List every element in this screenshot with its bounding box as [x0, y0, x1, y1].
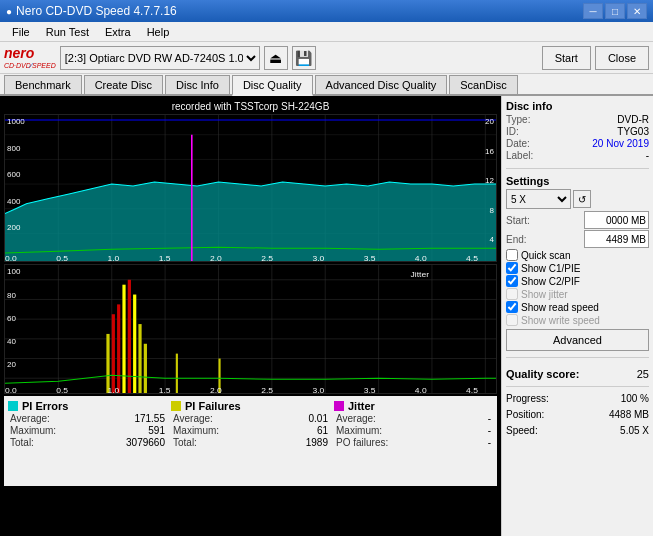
tab-disc-info[interactable]: Disc Info [165, 75, 230, 94]
eject-icon-btn[interactable]: ⏏ [264, 46, 288, 70]
tab-scan-disc[interactable]: ScanDisc [449, 75, 517, 94]
jitter-stats: Jitter Average: - Maximum: - PO failures… [334, 400, 493, 484]
jitter-label: Jitter [348, 400, 375, 412]
pi-errors-max-label: Maximum: [10, 425, 56, 436]
app-icon: ● [6, 6, 12, 17]
y-bot-60: 60 [7, 314, 16, 323]
y-axis-12-label: 12 [485, 176, 494, 186]
y-bot-100: 100 [7, 267, 20, 276]
divider-2 [506, 357, 649, 358]
pi-failures-max-value: 61 [317, 425, 328, 436]
jitter-header: Jitter [334, 400, 493, 412]
pi-errors-avg-row: Average: 171.55 [8, 413, 167, 424]
progress-row: Progress: 100 % [506, 393, 649, 404]
end-mb-label: End: [506, 234, 527, 245]
svg-text:0.5: 0.5 [56, 386, 68, 393]
jitter-po-row: PO failures: - [334, 437, 493, 448]
tab-benchmark[interactable]: Benchmark [4, 75, 82, 94]
jitter-avg-row: Average: - [334, 413, 493, 424]
speed-select[interactable]: 5 X 1 X 2 X 4 X 8 X MAX [506, 189, 571, 209]
quick-scan-label[interactable]: Quick scan [521, 250, 570, 261]
maximize-button[interactable]: □ [605, 3, 625, 19]
menu-run-test[interactable]: Run Test [38, 24, 97, 40]
position-value: 4488 MB [609, 409, 649, 420]
advanced-button[interactable]: Advanced [506, 329, 649, 351]
svg-text:2.0: 2.0 [210, 254, 222, 261]
svg-text:1.0: 1.0 [107, 386, 119, 393]
show-jitter-label: Show jitter [521, 289, 568, 300]
toolbar-close-button[interactable]: Close [595, 46, 649, 70]
pi-failures-avg-value: 0.01 [309, 413, 328, 424]
svg-text:4.5: 4.5 [466, 254, 478, 261]
show-c2-row[interactable]: Show C2/PIF [506, 275, 649, 287]
show-read-speed-checkbox[interactable] [506, 301, 518, 313]
tab-advanced-disc-quality[interactable]: Advanced Disc Quality [315, 75, 448, 94]
svg-text:3.5: 3.5 [364, 254, 376, 261]
divider-3 [506, 386, 649, 387]
top-chart-svg: 0.0 0.5 1.0 1.5 2.0 2.5 3.0 3.5 4.0 4.5 [5, 115, 496, 261]
stats-area: PI Errors Average: 171.55 Maximum: 591 T… [4, 396, 497, 486]
show-jitter-row: Show jitter [506, 288, 649, 300]
show-c1-row[interactable]: Show C1/PIE [506, 262, 649, 274]
end-mb-input[interactable] [584, 230, 649, 248]
show-c1-checkbox[interactable] [506, 262, 518, 274]
pi-failures-total-value: 1989 [306, 437, 328, 448]
pi-errors-stats: PI Errors Average: 171.55 Maximum: 591 T… [8, 400, 167, 484]
disc-type-row: Type: DVD-R [506, 114, 649, 125]
speed-value: 5.05 X [620, 425, 649, 436]
tab-disc-quality[interactable]: Disc Quality [232, 75, 313, 96]
app-logo: nero CD·DVD⁄SPEED [4, 46, 56, 68]
menubar: File Run Test Extra Help [0, 22, 653, 42]
end-mb-row: End: [506, 230, 649, 248]
close-button[interactable]: ✕ [627, 3, 647, 19]
quick-scan-checkbox[interactable] [506, 249, 518, 261]
save-icon-btn[interactable]: 💾 [292, 46, 316, 70]
show-c2-label[interactable]: Show C2/PIF [521, 276, 580, 287]
show-write-speed-row: Show write speed [506, 314, 649, 326]
disc-label-value: - [646, 150, 649, 161]
refresh-icon-btn[interactable]: ↺ [573, 190, 591, 208]
svg-rect-47 [144, 344, 147, 393]
progress-label: Progress: [506, 393, 549, 404]
svg-rect-40 [106, 334, 109, 393]
minimize-button[interactable]: ─ [583, 3, 603, 19]
app-title: Nero CD-DVD Speed 4.7.7.16 [16, 4, 177, 18]
disc-info-title: Disc info [506, 100, 649, 112]
tabs-bar: Benchmark Create Disc Disc Info Disc Qua… [0, 74, 653, 96]
show-read-speed-row[interactable]: Show read speed [506, 301, 649, 313]
drive-select[interactable]: [2:3] Optiarc DVD RW AD-7240S 1.04 [60, 46, 260, 70]
pi-failures-color-dot [171, 401, 181, 411]
svg-text:2.5: 2.5 [261, 254, 273, 261]
tab-create-disc[interactable]: Create Disc [84, 75, 163, 94]
start-mb-input[interactable] [584, 211, 649, 229]
titlebar: ● Nero CD-DVD Speed 4.7.7.16 ─ □ ✕ [0, 0, 653, 22]
svg-text:3.0: 3.0 [312, 386, 324, 393]
menu-file[interactable]: File [4, 24, 38, 40]
y-top-600: 600 [7, 170, 20, 179]
menu-help[interactable]: Help [139, 24, 178, 40]
pi-failures-max-row: Maximum: 61 [171, 425, 330, 436]
y-axis-top-label: 20 [485, 117, 494, 127]
y-bot-80: 80 [7, 291, 16, 300]
svg-rect-41 [112, 314, 115, 393]
y-top-800: 800 [7, 144, 20, 153]
show-read-speed-label[interactable]: Show read speed [521, 302, 599, 313]
menu-extra[interactable]: Extra [97, 24, 139, 40]
show-c1-label[interactable]: Show C1/PIE [521, 263, 580, 274]
main-content: recorded with TSSTcorp SH-224GB 20 16 12… [0, 96, 653, 536]
pi-errors-color-dot [8, 401, 18, 411]
jitter-avg-value: - [488, 413, 491, 424]
divider-1 [506, 168, 649, 169]
svg-text:1.5: 1.5 [159, 386, 171, 393]
start-mb-row: Start: [506, 211, 649, 229]
speed-row: Speed: 5.05 X [506, 425, 649, 436]
show-c2-checkbox[interactable] [506, 275, 518, 287]
quick-scan-row[interactable]: Quick scan [506, 249, 649, 261]
svg-text:0.0: 0.0 [5, 254, 17, 261]
start-button[interactable]: Start [542, 46, 591, 70]
svg-text:3.5: 3.5 [364, 386, 376, 393]
disc-type-value: DVD-R [617, 114, 649, 125]
pi-failures-total-row: Total: 1989 [171, 437, 330, 448]
disc-date-row: Date: 20 Nov 2019 [506, 138, 649, 149]
y-top-max: 1000 [7, 117, 25, 126]
